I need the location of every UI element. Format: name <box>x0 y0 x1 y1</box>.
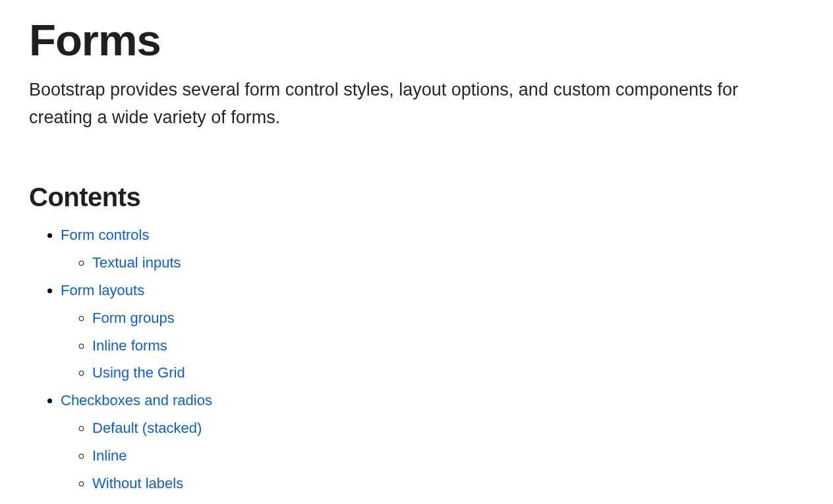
toc-link-inline-forms[interactable]: Inline forms <box>92 337 167 354</box>
toc-link-checkboxes-and-radios[interactable]: Checkboxes and radios <box>61 392 212 408</box>
toc-item: Checkboxes and radios Default (stacked) … <box>61 387 804 497</box>
page-lead: Bootstrap provides several form control … <box>29 76 793 132</box>
toc-item: Form layouts Form groups Inline forms Us… <box>61 277 804 387</box>
toc-item: Inline <box>92 442 804 470</box>
toc-link-textual-inputs[interactable]: Textual inputs <box>92 254 181 271</box>
toc-link-default-stacked[interactable]: Default (stacked) <box>92 420 202 436</box>
toc-link-form-layouts[interactable]: Form layouts <box>61 282 144 298</box>
toc-sublist: Textual inputs <box>61 249 804 277</box>
toc-sublist: Default (stacked) Inline Without labels <box>61 414 804 497</box>
toc-list: Form controls Textual inputs Form layout… <box>29 221 804 497</box>
toc-sublist: Form groups Inline forms Using the Grid <box>61 304 804 387</box>
toc-item: Form groups <box>92 304 804 332</box>
toc-item: Inline forms <box>92 332 804 360</box>
toc-link-using-the-grid[interactable]: Using the Grid <box>92 364 185 381</box>
page-title: Forms <box>29 16 804 65</box>
toc-item: Default (stacked) <box>92 414 804 442</box>
toc-item: Form controls Textual inputs <box>61 221 804 277</box>
toc-link-inline[interactable]: Inline <box>92 447 127 464</box>
contents-heading: Contents <box>29 182 804 212</box>
toc-link-form-groups[interactable]: Form groups <box>92 310 175 326</box>
toc-link-form-controls[interactable]: Form controls <box>61 227 149 243</box>
toc-item: Using the Grid <box>92 359 804 387</box>
toc-item: Without labels <box>92 470 804 497</box>
toc-item: Textual inputs <box>92 249 804 277</box>
toc-link-without-labels[interactable]: Without labels <box>92 475 183 491</box>
